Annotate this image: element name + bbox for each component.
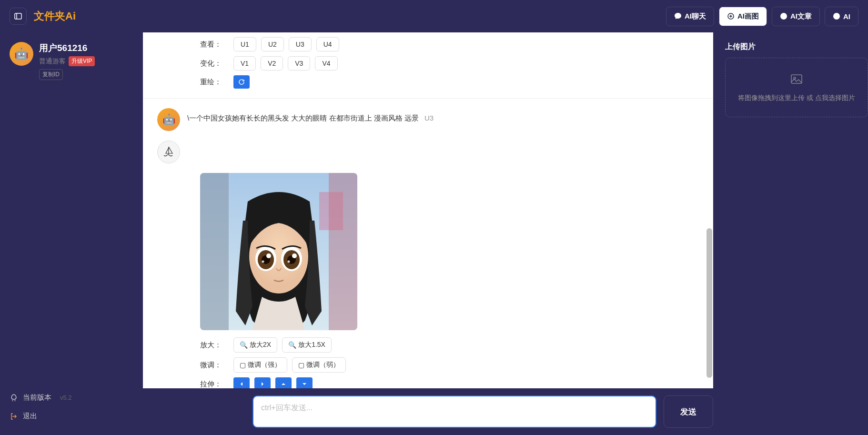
nav-ai-article[interactable]: AI文章 — [772, 7, 820, 26]
bot-avatar: 🤖 — [157, 108, 180, 131]
stretch-row: 拉伸： — [200, 377, 699, 388]
zoom-2x-button[interactable]: 🔍放大2X — [233, 337, 277, 353]
sidebar-toggle-button[interactable] — [10, 8, 27, 25]
image-icon — [733, 72, 860, 89]
zoom-15x-button[interactable]: 🔍放大1.5X — [282, 337, 332, 353]
zoom-row: 放大： 🔍放大2X 🔍放大1.5X — [200, 337, 699, 353]
anime-girl-image — [200, 173, 357, 330]
generated-image[interactable] — [200, 173, 357, 330]
row-label: 查看： — [200, 40, 229, 49]
row-label: 放大： — [200, 341, 229, 350]
midjourney-avatar — [157, 141, 180, 163]
view-u4[interactable]: U4 — [316, 37, 339, 51]
stretch-down-button[interactable] — [296, 377, 313, 388]
nav-label: AI — [843, 12, 850, 20]
view-u2[interactable]: U2 — [261, 37, 284, 51]
result-message — [157, 141, 699, 163]
svg-rect-6 — [200, 173, 229, 330]
view-u3[interactable]: U3 — [289, 37, 312, 51]
variation-row: 变化： V1 V2 V3 V4 — [200, 56, 699, 71]
chat-content: 查看： U1 U2 U3 U4 变化： V1 V2 V3 V4 重绘： — [143, 32, 713, 388]
row-label: 变化： — [200, 59, 229, 68]
header-nav: AI聊天 AI画图 AI文章 AI — [666, 7, 858, 26]
upload-text-1: 将图像拖拽到这里上传 或 — [738, 94, 815, 101]
tweak-row: 微调： ▢微调（强） ▢微调（弱） — [200, 357, 699, 373]
vip-upgrade-badge[interactable]: 升级VIP — [69, 56, 95, 66]
svg-rect-0 — [15, 13, 21, 19]
nav-label: AI文章 — [790, 12, 812, 21]
arrow-left-icon — [239, 381, 244, 387]
prompt-content: \一个中国女孩她有长长的黑头发 大大的眼睛 在都市街道上 漫画风格 远景 — [187, 114, 419, 122]
logout-label: 退出 — [23, 412, 37, 421]
prompt-tag: U3 — [424, 114, 434, 122]
sidebar-bottom: 当前版本 v5.2 退出 — [10, 388, 133, 425]
sidebar-item-version[interactable]: 当前版本 v5.2 — [10, 388, 133, 407]
tweak-weak-button[interactable]: ▢微调（弱） — [292, 357, 346, 373]
right-panel: 上传图片 将图像拖拽到这里上传 或 点我选择图片 — [720, 32, 868, 435]
article-icon — [780, 12, 787, 20]
sidebar-item-logout[interactable]: 退出 — [10, 407, 133, 425]
view-row: 查看： U1 U2 U3 U4 — [200, 37, 699, 51]
upload-dropzone[interactable]: 将图像拖拽到这里上传 或 点我选择图片 — [725, 58, 868, 117]
refresh-icon — [238, 79, 245, 85]
input-area: 发送 — [143, 388, 713, 435]
svg-point-4 — [833, 13, 840, 20]
var-v3[interactable]: V3 — [288, 56, 310, 71]
zoom-label: 放大2X — [250, 341, 271, 349]
avatar[interactable]: 🤖 — [10, 42, 33, 66]
sidebar: 🤖 用户561216 普通游客 升级VIP 复制ID 当前版本 v5.2 退出 — [0, 32, 143, 435]
nav-ai-more[interactable]: AI — [825, 7, 858, 26]
logo: 文件夹Ai — [34, 9, 76, 23]
arrow-down-icon — [302, 381, 307, 387]
tweak-strong-button[interactable]: ▢微调（强） — [233, 357, 287, 373]
header: 文件夹Ai AI聊天 AI画图 AI文章 AI — [0, 0, 868, 32]
header-left: 文件夹Ai — [10, 8, 76, 25]
upload-text: 将图像拖拽到这里上传 或 点我选择图片 — [733, 94, 860, 102]
chat-area: 查看： U1 U2 U3 U4 变化： V1 V2 V3 V4 重绘： — [143, 32, 720, 435]
svg-point-16 — [266, 253, 271, 258]
upload-link[interactable]: 点我选择图片 — [815, 94, 855, 101]
row-label: 微调： — [200, 361, 229, 370]
tweak-label: 微调（弱） — [306, 361, 340, 369]
more-icon — [833, 12, 840, 20]
nav-label: AI画图 — [737, 12, 759, 21]
scroll-thumb[interactable] — [707, 228, 712, 378]
divider — [143, 98, 713, 99]
svg-point-19 — [288, 261, 290, 263]
svg-point-3 — [780, 13, 787, 20]
prompt-text: \一个中国女孩她有长长的黑头发 大大的眼睛 在都市街道上 漫画风格 远景 U3 — [187, 108, 434, 123]
copy-id-button[interactable]: 复制ID — [39, 69, 63, 80]
tweak-label: 微调（强） — [248, 361, 281, 369]
view-u1[interactable]: U1 — [233, 37, 256, 51]
nav-ai-chat[interactable]: AI聊天 — [666, 7, 714, 26]
role-text: 普通游客 — [39, 57, 66, 66]
panel-icon — [14, 12, 22, 20]
user-info: 🤖 用户561216 普通游客 升级VIP 复制ID — [10, 42, 133, 80]
var-v1[interactable]: V1 — [233, 56, 256, 71]
nav-ai-image[interactable]: AI画图 — [719, 7, 767, 26]
arrow-up-icon — [281, 381, 286, 387]
version-value: v5.2 — [60, 394, 72, 401]
stretch-up-button[interactable] — [275, 377, 292, 388]
svg-point-17 — [292, 253, 297, 258]
var-v2[interactable]: V2 — [261, 56, 283, 71]
send-button[interactable]: 发送 — [664, 395, 713, 428]
row-label: 拉伸： — [200, 380, 229, 389]
prompt-input[interactable] — [252, 395, 656, 428]
user-name: 用户561216 — [39, 42, 95, 54]
redraw-button[interactable] — [233, 75, 250, 89]
svg-rect-20 — [791, 75, 802, 83]
var-v4[interactable]: V4 — [315, 56, 337, 71]
svg-point-18 — [262, 261, 264, 263]
stretch-right-button[interactable] — [254, 377, 271, 388]
chat-scroll[interactable]: 查看： U1 U2 U3 U4 变化： V1 V2 V3 V4 重绘： — [143, 32, 713, 388]
scrollbar[interactable] — [707, 32, 712, 388]
svg-rect-8 — [319, 192, 343, 230]
version-label: 当前版本 — [23, 393, 51, 402]
stretch-left-button[interactable] — [233, 377, 250, 388]
arrow-right-icon — [260, 381, 265, 387]
redraw-row: 重绘： — [200, 75, 699, 89]
rocket-icon — [10, 394, 18, 402]
user-role: 普通游客 升级VIP — [39, 56, 95, 66]
row-label: 重绘： — [200, 78, 229, 87]
